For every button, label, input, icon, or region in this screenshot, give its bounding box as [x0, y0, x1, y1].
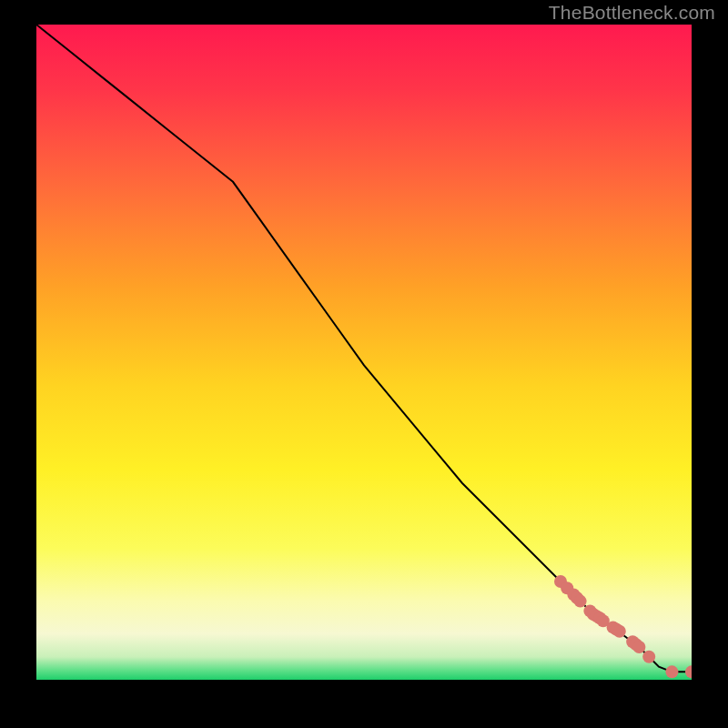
data-marker	[632, 641, 645, 653]
chart-svg	[36, 25, 692, 680]
watermark-text: TheBottleneck.com	[549, 2, 715, 24]
data-marker	[574, 595, 587, 608]
data-marker	[613, 625, 626, 638]
data-marker	[665, 665, 678, 678]
gradient-background	[36, 25, 692, 680]
chart-frame: TheBottleneck.com	[0, 0, 728, 728]
data-marker	[642, 651, 655, 663]
plot-area	[36, 25, 692, 680]
